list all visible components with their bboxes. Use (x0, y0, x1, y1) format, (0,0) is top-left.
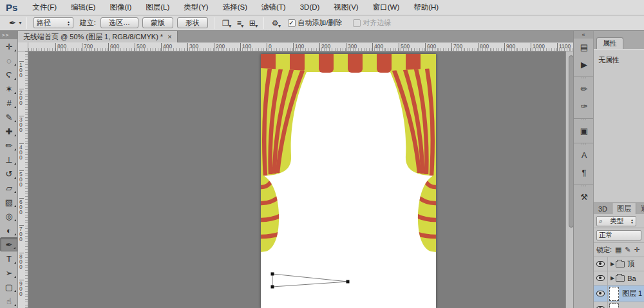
eyedropper-tool[interactable]: ✎ (0, 110, 18, 124)
right-panel-group: 属性 无属性 3D图层通道 ⌕ 类型 ▲▼ 正常 锁定: ▦ ✎ ✛ ▶顶▶Ba… (594, 31, 644, 308)
blend-mode-select[interactable]: 正常 (596, 230, 641, 240)
menu-item[interactable]: 窗口(W) (366, 0, 407, 15)
make-shape-button[interactable]: 形状 (177, 17, 208, 28)
clone-source-panel-icon[interactable]: ▣ (574, 122, 594, 140)
pen-tool[interactable]: ✒ (0, 237, 18, 251)
canvas[interactable] (261, 54, 436, 308)
pen-path-outline[interactable] (272, 274, 348, 287)
auto-add-delete-checkbox[interactable]: ✓ (288, 19, 296, 27)
anchor-point[interactable] (271, 285, 274, 289)
hand-tool[interactable]: ☝ (0, 294, 18, 308)
no-properties-text: 无属性 (598, 56, 620, 64)
anchor-point[interactable] (346, 280, 350, 284)
ruler-label: 500 (19, 170, 24, 187)
history-brush-tool[interactable]: ↺ (0, 167, 18, 181)
canvas-artwork (261, 54, 436, 308)
menu-item[interactable]: 图层(L) (138, 0, 176, 15)
close-icon[interactable]: × (167, 33, 171, 41)
eye-icon[interactable] (596, 275, 605, 281)
pasteboard[interactable] (28, 51, 565, 308)
layer-row[interactable]: ▶Ba (594, 271, 644, 285)
menu-item[interactable]: 帮助(H) (406, 0, 446, 15)
menu-item[interactable]: 滤镜(T) (254, 0, 293, 15)
layer-name[interactable]: 顶 (627, 259, 634, 269)
crop-tool[interactable]: # (0, 96, 18, 110)
properties-panel-icon[interactable]: ▤ (574, 39, 594, 56)
document-tab[interactable]: 无线端首页 @ 50% (图层 1, RGB/8/CMYK) * × (18, 31, 178, 42)
menu-item[interactable]: 图像(I) (102, 0, 138, 15)
make-mask-button[interactable]: 蒙版 (142, 17, 173, 28)
brush-panel-icon[interactable]: ✏ (574, 80, 594, 98)
path-arrangement-icon[interactable]: ⊞▼ (249, 19, 256, 28)
visibility-cell[interactable] (594, 285, 608, 302)
lock-position-icon[interactable]: ✛ (634, 246, 640, 254)
layer-row[interactable]: ▶顶 (594, 257, 644, 271)
path-selection-tool[interactable]: ➢ (0, 266, 18, 280)
type-tool[interactable]: T (0, 251, 18, 266)
layer-filter-select[interactable]: ⌕ 类型 ▲▼ (596, 216, 636, 226)
gradient-tool[interactable]: ▧ (0, 195, 18, 209)
ruler-label: 100 (240, 43, 251, 51)
healing-brush-tool[interactable]: ✚ (0, 124, 18, 138)
search-icon: ⌕ (599, 217, 603, 225)
menu-items: 文件(F)编辑(E)图像(I)图层(L)类型(Y)选择(S)滤镜(T)3D(D)… (25, 0, 446, 15)
menu-item[interactable]: 文件(F) (25, 0, 64, 15)
layer-thumbnail[interactable] (609, 287, 619, 301)
tab-properties[interactable]: 属性 (596, 37, 623, 49)
eraser-tool[interactable]: ▱ (0, 181, 18, 195)
path-operations-icon[interactable]: ❐▼ (222, 19, 229, 28)
expand-panels-icon[interactable]: « (574, 31, 593, 39)
eye-icon[interactable] (596, 291, 605, 296)
layer-row[interactable]: 图层 1 (594, 285, 644, 302)
clone-stamp-tool[interactable]: ⊥ (0, 152, 18, 167)
gear-icon[interactable]: ⚙▼ (272, 19, 279, 28)
path-alignment-icon[interactable]: ≡▼ (237, 19, 242, 28)
tools-panel-collapse-handle[interactable]: >> (0, 31, 17, 39)
paragraph-panel-icon[interactable]: ¶ (574, 164, 594, 181)
current-tool-pen-icon[interactable]: ✒ ▼ (9, 18, 23, 28)
layer-name[interactable]: 图层 1 (622, 289, 642, 298)
move-tool[interactable]: ✛ (0, 39, 18, 53)
lock-transparent-icon[interactable]: ▦ (615, 246, 621, 254)
make-selection-button[interactable]: 选区… (100, 17, 138, 28)
divider (26, 17, 27, 29)
ruler-label: 1100 (557, 43, 571, 51)
marquee-tool[interactable]: ◌ (0, 53, 18, 68)
ruler-label: 800 (478, 43, 489, 51)
blur-tool[interactable]: ◎ (0, 209, 18, 223)
layer-filter-row: ⌕ 类型 ▲▼ (594, 214, 644, 228)
divider (263, 17, 264, 29)
tool-mode-select[interactable]: 路径 ▲▼ (33, 17, 73, 28)
quick-selection-tool[interactable]: ✶ (0, 82, 18, 96)
tool-presets-panel-icon[interactable]: ⚒ (574, 188, 594, 206)
horizontal-ruler[interactable]: 8007006005004003002001000100200300400500… (28, 42, 573, 51)
layer-name[interactable]: Ba (627, 275, 636, 282)
visibility-cell[interactable] (594, 257, 608, 271)
tab-3D[interactable]: 3D (594, 203, 612, 214)
auto-add-delete-option[interactable]: ✓ 自动添加/删除 (288, 18, 343, 28)
lock-paint-icon[interactable]: ✎ (625, 246, 630, 254)
layer-row-partial[interactable] (594, 302, 644, 308)
vertical-ruler[interactable]: 100200300400500600700800900 (18, 51, 28, 308)
menu-item[interactable]: 编辑(E) (64, 0, 102, 15)
visibility-cell[interactable] (594, 302, 608, 308)
dodge-tool[interactable]: ◐ (0, 223, 18, 237)
actions-panel-icon[interactable]: ▶ (574, 56, 594, 73)
expand-triangle-icon[interactable]: ▶ (611, 275, 614, 281)
menu-item[interactable]: 视图(V) (327, 0, 365, 15)
tab-通道[interactable]: 通道 (636, 203, 644, 214)
lasso-tool[interactable]: Ϛ (0, 68, 18, 82)
eye-icon[interactable] (596, 261, 605, 267)
shape-tool[interactable]: ▢ (0, 280, 18, 294)
anchor-point[interactable] (271, 273, 274, 276)
vertical-scrollbar[interactable] (565, 51, 573, 308)
menu-item[interactable]: 选择(S) (216, 0, 254, 15)
brush-tool[interactable]: ✏ (0, 138, 18, 152)
visibility-cell[interactable] (594, 271, 608, 285)
character-panel-icon[interactable]: A (574, 147, 594, 164)
menu-item[interactable]: 3D(D) (293, 0, 327, 15)
menu-item[interactable]: 类型(Y) (176, 0, 215, 15)
tab-图层[interactable]: 图层 (612, 203, 636, 214)
expand-triangle-icon[interactable]: ▶ (611, 261, 614, 267)
brush-presets-panel-icon[interactable]: ✑ (574, 98, 594, 115)
